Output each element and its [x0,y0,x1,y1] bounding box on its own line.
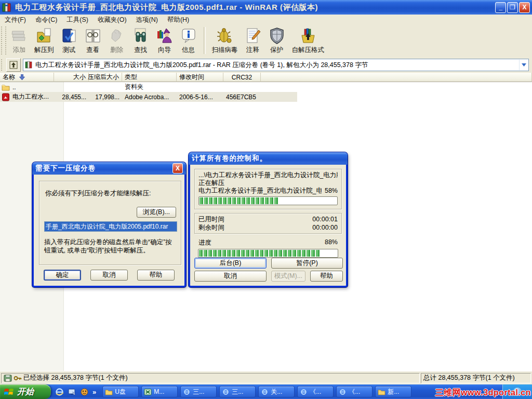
chevron-down-icon [522,63,526,66]
close-button[interactable]: X [519,2,530,13]
sfx-button[interactable]: 自解压格式 [289,25,328,55]
help-button[interactable]: 帮助 [310,271,343,282]
cell-crc: 456E7CB5 [223,94,261,101]
ok-button[interactable]: 确定 [44,270,81,281]
background-button[interactable]: 后台(B) [194,258,267,269]
filelist-header: 名称 大小 压缩后大小 类型 修改时间 CRC32 [0,73,532,82]
scan-icon [216,27,234,45]
test-button[interactable]: 测试 [57,25,81,55]
qq-icon[interactable] [80,388,89,396]
add-label: 添加 [13,46,26,55]
task-ie-4[interactable]: 《... [297,386,334,397]
menu-commands[interactable]: 命令(C) [31,15,62,25]
status-total-panel: 总计 28,455,378 字节(1 个文件) [421,373,531,383]
column-header-modified[interactable]: 修改时间 [177,73,223,82]
test-icon [60,27,78,45]
up-arrow-icon [9,61,18,69]
ie-icon[interactable] [55,388,64,396]
minimize-button[interactable]: _ [495,2,506,13]
menu-options[interactable]: 选项(N) [131,15,163,25]
cancel-button[interactable]: 取消 [194,271,267,282]
cancel-button[interactable]: 取消 [90,270,128,281]
ie-icon [222,389,230,395]
file-progress-fill [200,197,279,204]
find-button[interactable]: 查找 [129,25,153,55]
task-excel[interactable]: M... [141,386,178,397]
excel-icon [144,389,152,395]
delete-button: 删除 [105,25,129,55]
time-box: 已用时间 00:00:01 剩余时间 00:00:00 [194,213,342,234]
protect-icon [268,27,286,45]
windows-logo-icon [4,387,15,396]
cell-name: 电力工程水... [10,92,54,101]
volume-message: 你必须有下列压缩分卷才能继续解压: [45,189,151,198]
task-ie-2[interactable]: 三... [219,386,256,397]
total-percent-text: 88% [325,238,338,247]
comment-button[interactable]: 注释 [241,25,265,55]
scan-virus-button[interactable]: 扫描病毒 [209,25,241,55]
help-button[interactable]: 帮助 [137,270,175,281]
protect-label: 保护 [270,46,283,55]
menu-favorites[interactable]: 收藏夹(O) [93,15,131,25]
show-desktop-icon[interactable] [68,388,76,396]
progress-dialog-body: ...\电力工程水务设计手册_西北电力设计院_电力版 正在解压 电力工程水务设计… [194,169,342,258]
start-label: 开始 [17,387,34,397]
menu-help[interactable]: 帮助(H) [163,15,194,25]
quick-launch: » [51,388,100,396]
archive-address-text: 电力工程水务设计手册_西北电力设计院_电力版2005.pdf1.rar - RA… [35,61,519,70]
browse-button[interactable]: 浏览(B)... [137,207,176,218]
column-header-packed[interactable]: 压缩后大小 [89,73,122,82]
table-row-archive-file[interactable]: 电力工程水... 28,455... 17,998... Adobe Acrob… [0,92,532,102]
remaining-value: 00:00:00 [312,223,338,232]
ie-icon [261,389,269,395]
address-grip[interactable] [1,59,4,71]
task-ie-5[interactable]: 《... [336,386,373,397]
elapsed-value: 00:00:01 [312,215,338,223]
extract-label: 解压到 [34,46,54,55]
checksum-progress-dialog: 计算所有卷的控制和。 ...\电力工程水务设计手册_西北电力设计院_电力版 正在… [189,152,348,287]
column-header-size[interactable]: 大小 [54,73,89,82]
view-button[interactable]: 查看 [81,25,105,55]
info-label: 信息 [182,46,195,55]
winrar-books-icon [2,2,12,12]
view-icon [84,27,102,45]
address-dropdown-button[interactable] [519,60,528,70]
task-new-folder[interactable]: 新... [375,386,411,397]
up-one-level-button[interactable] [6,58,21,72]
archive-icon [25,61,33,69]
cell-modified: 2006-5-16... [177,94,223,101]
comment-icon [244,27,262,45]
window-title: 电力工程水务设计手册_西北电力设计院_电力版2005.pdf1.rar - Wi… [15,3,494,12]
wizard-button[interactable]: 向导 [153,25,177,55]
task-ie-3[interactable]: 关... [258,386,295,397]
column-header-name[interactable]: 名称 [0,73,54,82]
progress-dialog-buttons: 后台(B) 暂停(P) 取消 模式(M)... 帮助 [194,256,345,282]
find-label: 查找 [134,46,147,55]
quicklaunch-overflow-chevron[interactable]: » [92,388,96,396]
start-button[interactable]: 开始 [0,384,51,399]
disk-icon[interactable] [4,375,12,382]
protect-button[interactable]: 保护 [265,25,289,55]
column-header-type[interactable]: 类型 [122,73,177,82]
key-icon[interactable] [14,375,22,382]
info-button[interactable]: 信息 [177,25,201,55]
extract-button[interactable]: 解压到 [31,25,57,55]
pause-button[interactable]: 暂停(P) [271,258,343,269]
status-bar: 已经选择 28,455,378 字节(1 个文件) 总计 28,455,378 … [0,371,532,384]
folder-icon [105,389,113,395]
menu-tools[interactable]: 工具(S) [62,15,93,25]
column-header-crc32[interactable]: CRC32 [223,73,261,82]
table-row-parent[interactable]: .. 资料夹 [0,82,532,92]
archive-address-combo[interactable]: 电力工程水务设计手册_西北电力设计院_电力版2005.pdf1.rar - RA… [23,59,529,71]
restore-button[interactable]: ❐ [507,2,518,13]
volume-filename-input[interactable]: 手册_西北电力设计院_电力版2005.pdf10.rar [44,221,177,232]
toolbar-grip[interactable] [1,26,6,55]
cell-size: 28,455... [54,94,89,101]
current-file-text: 电力工程水务设计手册_西北电力设计院_电: [198,187,322,195]
menu-file[interactable]: 文件(F) [0,15,31,25]
task-usb-folder[interactable]: U盘 [102,386,139,397]
file-progress-bar [198,196,338,205]
dialog-close-button[interactable]: X [172,163,183,174]
task-ie-1[interactable]: 三... [180,386,217,397]
selected-filename-text: 手册_西北电力设计院_电力版2005.pdf10.rar [45,222,177,232]
